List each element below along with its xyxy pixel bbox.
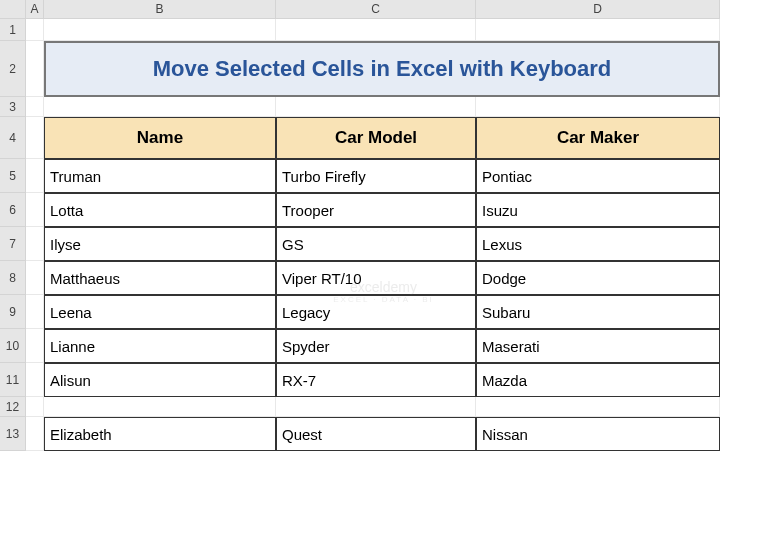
- cell-b1[interactable]: [44, 19, 276, 41]
- select-all-corner[interactable]: [0, 0, 26, 19]
- cell-a10[interactable]: [26, 329, 44, 363]
- cell-b10[interactable]: Lianne: [44, 329, 276, 363]
- cell-b5[interactable]: Truman: [44, 159, 276, 193]
- cell-c12[interactable]: [276, 397, 476, 417]
- cell-d6[interactable]: Isuzu: [476, 193, 720, 227]
- page-title[interactable]: Move Selected Cells in Excel with Keyboa…: [44, 41, 720, 97]
- cell-a12[interactable]: [26, 397, 44, 417]
- cell-c1[interactable]: [276, 19, 476, 41]
- cell-c6[interactable]: Trooper: [276, 193, 476, 227]
- row-header-6[interactable]: 6: [0, 193, 26, 227]
- cell-c9[interactable]: Legacy: [276, 295, 476, 329]
- cell-d1[interactable]: [476, 19, 720, 41]
- cell-d9[interactable]: Subaru: [476, 295, 720, 329]
- header-carmodel[interactable]: Car Model: [276, 117, 476, 159]
- cell-d12[interactable]: [476, 397, 720, 417]
- row-header-9[interactable]: 9: [0, 295, 26, 329]
- cell-d3[interactable]: [476, 97, 720, 117]
- cell-b12[interactable]: [44, 397, 276, 417]
- cell-a4[interactable]: [26, 117, 44, 159]
- row-header-5[interactable]: 5: [0, 159, 26, 193]
- row-header-2[interactable]: 2: [0, 41, 26, 97]
- header-carmaker[interactable]: Car Maker: [476, 117, 720, 159]
- header-name[interactable]: Name: [44, 117, 276, 159]
- cell-a7[interactable]: [26, 227, 44, 261]
- row-header-7[interactable]: 7: [0, 227, 26, 261]
- row-header-13[interactable]: 13: [0, 417, 26, 451]
- row-header-3[interactable]: 3: [0, 97, 26, 117]
- row-header-8[interactable]: 8: [0, 261, 26, 295]
- cell-c3[interactable]: [276, 97, 476, 117]
- col-header-c[interactable]: C: [276, 0, 476, 19]
- cell-d11[interactable]: Mazda: [476, 363, 720, 397]
- cell-a5[interactable]: [26, 159, 44, 193]
- cell-a11[interactable]: [26, 363, 44, 397]
- cell-c7[interactable]: GS: [276, 227, 476, 261]
- cell-b13[interactable]: Elizabeth: [44, 417, 276, 451]
- cell-d7[interactable]: Lexus: [476, 227, 720, 261]
- cell-c10[interactable]: Spyder: [276, 329, 476, 363]
- row-header-12[interactable]: 12: [0, 397, 26, 417]
- cell-c13[interactable]: Quest: [276, 417, 476, 451]
- cell-b9[interactable]: Leena: [44, 295, 276, 329]
- cell-b11[interactable]: Alisun: [44, 363, 276, 397]
- cell-d13[interactable]: Nissan: [476, 417, 720, 451]
- cell-a2[interactable]: [26, 41, 44, 97]
- cell-b3[interactable]: [44, 97, 276, 117]
- cell-a9[interactable]: [26, 295, 44, 329]
- cell-b8[interactable]: Matthaeus: [44, 261, 276, 295]
- cell-a3[interactable]: [26, 97, 44, 117]
- col-header-a[interactable]: A: [26, 0, 44, 19]
- cell-c8[interactable]: Viper RT/10: [276, 261, 476, 295]
- cell-d5[interactable]: Pontiac: [476, 159, 720, 193]
- cell-a8[interactable]: [26, 261, 44, 295]
- row-header-4[interactable]: 4: [0, 117, 26, 159]
- cell-c11[interactable]: RX-7: [276, 363, 476, 397]
- spreadsheet-grid[interactable]: A B C D 1 2 Move Selected Cells in Excel…: [0, 0, 767, 451]
- cell-b7[interactable]: Ilyse: [44, 227, 276, 261]
- row-header-10[interactable]: 10: [0, 329, 26, 363]
- cell-a13[interactable]: [26, 417, 44, 451]
- cell-a6[interactable]: [26, 193, 44, 227]
- cell-b6[interactable]: Lotta: [44, 193, 276, 227]
- row-header-1[interactable]: 1: [0, 19, 26, 41]
- cell-c5[interactable]: Turbo Firefly: [276, 159, 476, 193]
- cell-d8[interactable]: Dodge: [476, 261, 720, 295]
- cell-d10[interactable]: Maserati: [476, 329, 720, 363]
- col-header-b[interactable]: B: [44, 0, 276, 19]
- col-header-d[interactable]: D: [476, 0, 720, 19]
- row-header-11[interactable]: 11: [0, 363, 26, 397]
- cell-a1[interactable]: [26, 19, 44, 41]
